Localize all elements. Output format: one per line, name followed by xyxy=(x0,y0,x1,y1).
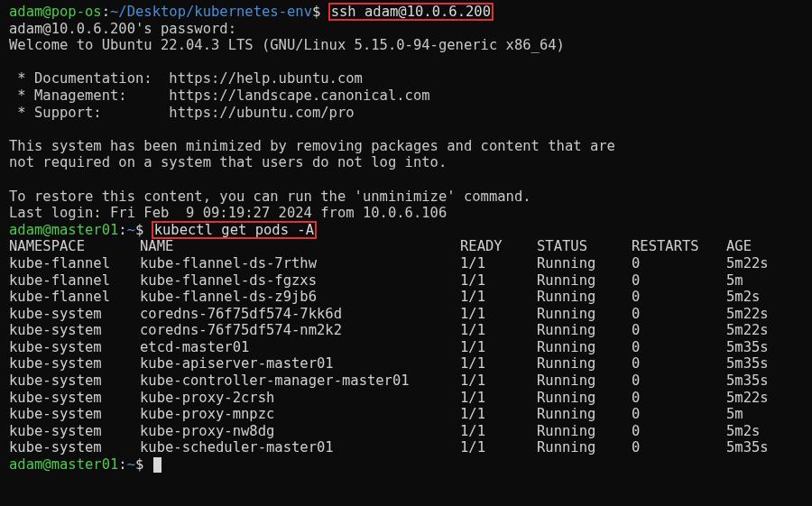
cell-name: kube-flannel-ds-z9jb6 xyxy=(140,289,460,306)
motd-bullet: * Documentation: https://help.ubuntu.com xyxy=(9,70,803,87)
prompt2-userhost: adam@master01 xyxy=(9,222,118,238)
cell-restarts: 0 xyxy=(632,339,726,356)
cell-ready: 1/1 xyxy=(460,339,537,356)
prompt-line-2[interactable]: adam@master01:~$ kubectl get pods -A xyxy=(9,222,803,239)
cell-restarts: 0 xyxy=(632,322,726,339)
cell-restarts: 0 xyxy=(632,255,726,272)
cell-status: Running xyxy=(537,390,632,407)
cell-age: 5m35s xyxy=(726,373,769,390)
cell-ready: 1/1 xyxy=(460,439,537,456)
header-status: STATUS xyxy=(537,238,632,255)
cell-name: etcd-master01 xyxy=(140,339,460,356)
cell-age: 5m35s xyxy=(726,355,769,373)
cell-name: kube-proxy-mnpzc xyxy=(140,406,460,423)
password-prompt: adam@10.0.6.200's password: xyxy=(9,21,803,38)
ssh-command: ssh adam@10.0.6.200 xyxy=(329,4,493,20)
cell-status: Running xyxy=(537,355,632,373)
cell-restarts: 0 xyxy=(632,439,726,456)
kubectl-command: kubectl get pods -A xyxy=(152,222,316,238)
prompt-line-1[interactable]: adam@pop-os:~/Desktop/kubernetes-env$ ss… xyxy=(9,4,803,21)
cell-ns: kube-flannel xyxy=(9,272,140,290)
cell-ns: kube-flannel xyxy=(9,255,140,272)
table-row: kube-systemkube-scheduler-master011/1Run… xyxy=(9,439,803,456)
cell-status: Running xyxy=(537,306,632,323)
cell-restarts: 0 xyxy=(632,373,726,390)
prompt1-userhost: adam@pop-os xyxy=(9,4,102,20)
header-namespace: NAMESPACE xyxy=(9,238,140,255)
cell-name: kube-flannel-ds-fgzxs xyxy=(140,272,460,290)
cell-ns: kube-system xyxy=(9,439,140,456)
motd-bullet: * Support: https://ubuntu.com/pro xyxy=(9,105,803,122)
cell-status: Running xyxy=(537,406,632,423)
cell-ready: 1/1 xyxy=(460,322,537,339)
pods-table-body: kube-flannelkube-flannel-ds-7rthw1/1Runn… xyxy=(9,255,803,456)
cell-ns: kube-system xyxy=(9,423,140,440)
cell-restarts: 0 xyxy=(632,406,726,423)
header-age: AGE xyxy=(726,238,752,255)
cell-restarts: 0 xyxy=(632,355,726,373)
cell-ns: kube-system xyxy=(9,406,140,423)
cell-ready: 1/1 xyxy=(460,306,537,323)
cell-ready: 1/1 xyxy=(460,390,537,407)
cell-ns: kube-flannel xyxy=(9,289,140,306)
cell-restarts: 0 xyxy=(632,423,726,440)
table-row: kube-flannelkube-flannel-ds-fgzxs1/1Runn… xyxy=(9,272,803,290)
table-row: kube-systemkube-apiserver-master011/1Run… xyxy=(9,355,803,373)
cell-age: 5m22s xyxy=(726,322,769,339)
cell-name: kube-scheduler-master01 xyxy=(140,439,460,456)
header-name: NAME xyxy=(140,238,460,255)
cell-name: kube-flannel-ds-7rthw xyxy=(140,255,460,272)
prompt2-path: ~ xyxy=(127,222,135,238)
cell-ns: kube-system xyxy=(9,373,140,390)
cell-status: Running xyxy=(537,423,632,440)
prompt1-path: ~/Desktop/kubernetes-env xyxy=(110,4,312,20)
cell-status: Running xyxy=(537,272,632,290)
cell-ready: 1/1 xyxy=(460,255,537,272)
welcome-line: Welcome to Ubuntu 22.04.3 LTS (GNU/Linux… xyxy=(9,37,803,54)
prompt-line-3[interactable]: adam@master01:~$ xyxy=(9,456,803,474)
cell-restarts: 0 xyxy=(632,272,726,290)
cell-status: Running xyxy=(537,289,632,306)
cell-ready: 1/1 xyxy=(460,355,537,373)
cell-ns: kube-system xyxy=(9,339,140,356)
cell-restarts: 0 xyxy=(632,306,726,323)
prompt3-userhost: adam@master01 xyxy=(9,456,118,473)
cell-status: Running xyxy=(537,439,632,456)
cell-name: kube-proxy-nw8dg xyxy=(140,423,460,440)
cell-ns: kube-system xyxy=(9,306,140,323)
table-row: kube-systemetcd-master011/1Running05m35s xyxy=(9,339,803,356)
cell-name: coredns-76f75df574-nm2k2 xyxy=(140,322,460,339)
cell-ready: 1/1 xyxy=(460,423,537,440)
header-restarts: RESTARTS xyxy=(632,238,726,255)
table-row: kube-systemkube-proxy-mnpzc1/1Running05m xyxy=(9,406,803,423)
cell-status: Running xyxy=(537,373,632,390)
motd-minimized: This system has been minimized by removi… xyxy=(9,138,803,155)
cell-name: kube-proxy-2crsh xyxy=(140,390,460,407)
pods-table-header: NAMESPACE NAME READY STATUS RESTARTS AGE xyxy=(9,238,803,255)
motd-restore: To restore this content, you can run the… xyxy=(9,189,803,206)
cell-status: Running xyxy=(537,339,632,356)
cell-name: coredns-76f75df574-7kk6d xyxy=(140,306,460,323)
motd-minimized: not required on a system that users do n… xyxy=(9,154,803,171)
cell-ready: 1/1 xyxy=(460,373,537,390)
table-row: kube-systemcoredns-76f75df574-nm2k21/1Ru… xyxy=(9,322,803,339)
cell-age: 5m2s xyxy=(726,423,760,440)
header-ready: READY xyxy=(460,238,537,255)
table-row: kube-systemkube-controller-manager-maste… xyxy=(9,373,803,390)
cell-ns: kube-system xyxy=(9,390,140,407)
cell-age: 5m35s xyxy=(726,439,769,456)
cell-status: Running xyxy=(537,322,632,339)
cell-age: 5m35s xyxy=(726,339,769,356)
cell-ready: 1/1 xyxy=(460,406,537,423)
cell-age: 5m2s xyxy=(726,289,760,306)
cell-name: kube-apiserver-master01 xyxy=(140,355,460,373)
cursor xyxy=(153,457,161,473)
cell-age: 5m22s xyxy=(726,306,769,323)
cell-ready: 1/1 xyxy=(460,272,537,290)
motd-bullet: * Management: https://landscape.canonica… xyxy=(9,87,803,105)
table-row: kube-systemkube-proxy-2crsh1/1Running05m… xyxy=(9,390,803,407)
cell-age: 5m xyxy=(726,272,743,290)
cell-name: kube-controller-manager-master01 xyxy=(140,373,460,390)
table-row: kube-flannelkube-flannel-ds-z9jb61/1Runn… xyxy=(9,289,803,306)
cell-restarts: 0 xyxy=(632,289,726,306)
